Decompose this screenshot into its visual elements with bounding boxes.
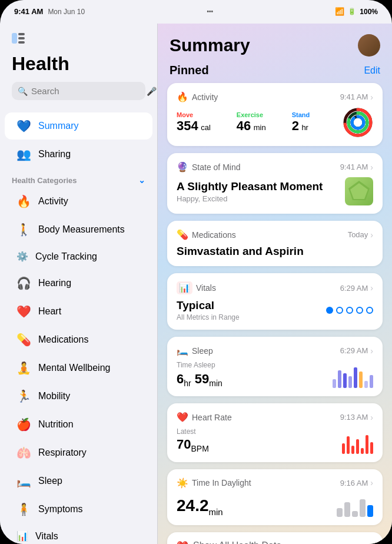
svg-rect-2	[18, 37, 25, 39]
nav-sleep[interactable]: 🛏️ Sleep	[5, 467, 152, 495]
symptoms-icon: 🧍	[16, 502, 31, 516]
daylight-icon: ☀️	[177, 477, 188, 489]
respiratory-icon: 🫁	[16, 446, 31, 460]
state-of-mind-card[interactable]: 🔮 State of Mind 9:41 AM › A Slightly Ple…	[167, 153, 383, 214]
heartrate-card-icon: ❤️	[177, 412, 188, 423]
activity-icon: 🔥	[16, 194, 31, 208]
daylight-chevron: ›	[370, 478, 373, 487]
nav-activity[interactable]: 🔥 Activity	[5, 188, 152, 215]
status-date: Mon Jun 10	[48, 8, 85, 16]
sleep-card-icon: 🛏️	[177, 345, 188, 356]
daylight-value: 24.2min	[177, 496, 223, 517]
status-bar: 9:41 AM Mon Jun 10 ••• 📶 🔋 100%	[0, 0, 392, 18]
nav-hearing[interactable]: 🎧 Hearing	[5, 270, 152, 297]
sleep-icon: 🛏️	[16, 474, 31, 488]
heartrate-card-title: Heart Rate	[192, 413, 232, 422]
daylight-card-title: Time In Daylight	[192, 478, 251, 487]
main-title: Summary	[170, 35, 250, 55]
summary-icon: 💙	[16, 119, 31, 133]
move-label: Move	[177, 111, 211, 118]
battery-pct: 100%	[360, 8, 378, 16]
section-health-categories[interactable]: Health Categories ⌄	[0, 168, 157, 187]
som-headline: A Slightly Pleasant Moment	[177, 180, 323, 193]
vitals-chevron: ›	[370, 283, 373, 293]
sleep-card-title: Sleep	[192, 346, 213, 356]
som-icon: 🔮	[177, 161, 188, 173]
nav-sharing[interactable]: 👥 Sharing	[5, 141, 152, 168]
wifi-icon: 📶	[335, 7, 344, 16]
vitals-card-title: Vitals	[196, 283, 216, 293]
nav-respiratory[interactable]: 🫁 Respiratory	[5, 439, 152, 466]
heartrate-time: 9:13 AM	[340, 413, 368, 422]
sidebar: Health 🔍 🎤 💙 Summary 👥 Sharing Health Ca…	[0, 24, 158, 544]
activity-card-icon: 🔥	[177, 91, 188, 102]
user-avatar[interactable]	[358, 34, 380, 57]
nav-meds[interactable]: 💊 Medications	[5, 326, 152, 353]
medications-card[interactable]: 💊 Medications Today › Simvastatin and As…	[167, 221, 383, 266]
summary-label: Summary	[38, 121, 78, 131]
move-unit: cal	[201, 123, 211, 132]
show-all-icon: ❤️	[177, 540, 188, 544]
main-content: Summary Pinned Edit 🔥 Activity	[158, 24, 392, 544]
stand-value: 2	[292, 118, 299, 133]
sleep-label: Sleep	[38, 476, 62, 486]
som-time: 9:41 AM	[340, 162, 368, 171]
status-time: 9:41 AM	[14, 7, 43, 16]
search-input[interactable]	[31, 86, 143, 96]
vitals-sub: All Metrics in Range	[177, 313, 240, 321]
sleep-card[interactable]: 🛏️ Sleep 6:29 AM › Time Asleep 6hr	[167, 337, 383, 396]
hearing-icon: 🎧	[16, 276, 31, 290]
som-emoji	[345, 177, 373, 205]
pinned-section: Pinned Edit 🔥 Activity 9:41 AM ›	[158, 64, 392, 525]
edit-button[interactable]: Edit	[364, 65, 380, 76]
vitals-time: 6:29 AM	[340, 284, 368, 293]
sleep-chart	[333, 364, 373, 388]
mental-label: Mental Wellbeing	[38, 363, 110, 373]
vitals-dots	[326, 307, 373, 314]
exercise-label: Exercise	[237, 111, 266, 118]
activity-card-title: Activity	[192, 92, 218, 102]
vitals-headline: Typical	[177, 299, 240, 312]
meds-card-title: Medications	[192, 230, 236, 240]
show-all-button[interactable]: ❤️ Show All Health Data ›	[167, 532, 383, 544]
nav-nutrition[interactable]: 🍎 Nutrition	[5, 411, 152, 438]
search-bar[interactable]: 🔍 🎤	[12, 82, 145, 100]
nav-symptoms[interactable]: 🧍 Symptoms	[5, 496, 152, 523]
mobility-icon: 🏃	[16, 389, 31, 403]
cycle-label: Cycle Tracking	[35, 251, 97, 262]
nav-mobility[interactable]: 🏃 Mobility	[5, 383, 152, 410]
sharing-icon: 👥	[16, 147, 31, 161]
sleep-chevron: ›	[370, 346, 373, 356]
nav-vitals[interactable]: 📊 Vitals	[5, 524, 152, 544]
vitals-icon: 📊	[16, 530, 28, 542]
mobility-label: Mobility	[38, 391, 70, 402]
daylight-chart	[337, 493, 373, 517]
pinned-label: Pinned	[170, 64, 209, 77]
show-all-text: Show All Health Data	[193, 540, 281, 544]
stand-label: Stand	[292, 111, 310, 118]
svg-rect-1	[18, 33, 25, 35]
body-label: Body Measurements	[38, 224, 125, 235]
exercise-unit: min	[254, 123, 266, 132]
vitals-card-icon: 📊	[177, 281, 192, 294]
sidebar-toggle-icon[interactable]	[12, 33, 145, 46]
hearing-label: Hearing	[38, 278, 71, 288]
search-icon: 🔍	[18, 87, 28, 96]
nav-heart[interactable]: ❤️ Heart	[5, 298, 152, 325]
symptoms-label: Symptoms	[38, 504, 83, 515]
mic-icon[interactable]: 🎤	[147, 87, 157, 96]
activity-card[interactable]: 🔥 Activity 9:41 AM › Move	[167, 83, 383, 146]
nav-cycle[interactable]: ⚙️ Cycle Tracking	[5, 244, 152, 268]
mental-icon: 🧘	[16, 361, 31, 375]
meds-icon: 💊	[16, 333, 31, 347]
heartrate-card[interactable]: ❤️ Heart Rate 9:13 AM › Latest 70BPM	[167, 403, 383, 462]
nav-mental[interactable]: 🧘 Mental Wellbeing	[5, 354, 152, 382]
meds-label: Medications	[38, 334, 88, 345]
nav-summary[interactable]: 💙 Summary	[5, 112, 152, 140]
daylight-card[interactable]: ☀️ Time In Daylight 9:16 AM › 24.2min	[167, 469, 383, 525]
nav-body[interactable]: 🚶 Body Measurements	[5, 216, 152, 243]
health-categories-chevron: ⌄	[138, 175, 145, 185]
vitals-label: Vitals	[35, 531, 58, 542]
vitals-card[interactable]: 📊 Vitals 6:29 AM › Typical All Metrics i…	[167, 273, 383, 330]
exercise-value: 46	[237, 118, 251, 133]
